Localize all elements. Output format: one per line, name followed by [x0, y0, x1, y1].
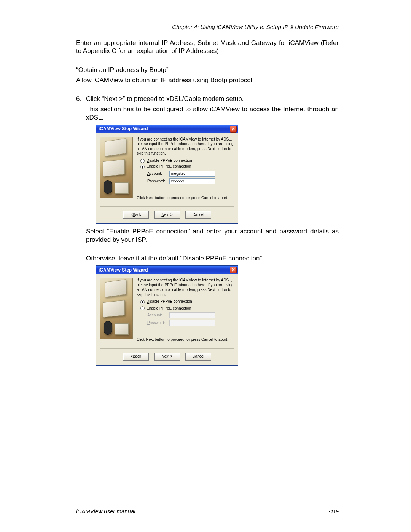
- paragraph-xdsl: This section has to be configured to all…: [86, 105, 339, 121]
- account-row: Account: megatec: [147, 171, 234, 177]
- dialog-title: iCAMView Step Wizard: [99, 126, 148, 132]
- next-button[interactable]: Next >: [154, 353, 180, 361]
- back-button[interactable]: < Back: [123, 211, 149, 219]
- dialog-proceed-text: Click Next button to proceed, or press C…: [137, 337, 234, 342]
- dialog-instruction: If you are connecting the iCAMView to In…: [137, 278, 234, 297]
- radio-enable-pppoe[interactable]: Enable PPPoE connection: [140, 164, 234, 169]
- body-content: Enter an appropriate internal IP Address…: [76, 39, 339, 369]
- password-row: Password:: [147, 320, 234, 326]
- header-divider: [76, 32, 339, 32]
- radio-icon: [140, 306, 145, 310]
- footer-divider: [76, 506, 339, 506]
- dialog-title: iCAMView Step Wizard: [99, 267, 148, 273]
- list-number: 6.: [76, 95, 86, 369]
- close-icon[interactable]: ✕: [230, 267, 237, 273]
- account-input[interactable]: megatec: [169, 171, 215, 177]
- document-page: Chapter 4: Using iCAMView Utility to Set…: [0, 0, 411, 532]
- paragraph-disable-desc: Otherwise, leave it at the default “Disa…: [86, 254, 339, 262]
- back-button[interactable]: < Back: [123, 353, 149, 361]
- dialog-illustration: [100, 137, 133, 198]
- dialog-titlebar[interactable]: iCAMView Step Wizard ✕: [96, 125, 238, 133]
- password-row: Password: xxxxxxx: [147, 178, 234, 184]
- paragraph-enable-desc: Select “Enable PPPoE connection” and ent…: [86, 227, 339, 244]
- radio-disable-pppoe[interactable]: Disable PPPoE connection: [140, 158, 234, 163]
- radio-icon: [140, 159, 145, 163]
- cancel-button[interactable]: Cancel: [185, 353, 211, 361]
- wizard-dialog-enable: iCAMView Step Wizard ✕ If you are connec…: [96, 125, 238, 224]
- next-button[interactable]: Next >: [154, 211, 180, 219]
- account-input: [169, 312, 215, 318]
- wizard-dialog-disable: iCAMView Step Wizard ✕ If you are connec…: [96, 265, 238, 366]
- dialog-illustration: [100, 278, 133, 339]
- password-input[interactable]: xxxxxxx: [169, 178, 215, 184]
- list-item-6: 6. Click “Next >” to proceed to xDSL/Cab…: [76, 95, 339, 369]
- paragraph-click-next: Click “Next >” to proceed to xDSL/Cable …: [86, 95, 339, 103]
- dialog-proceed-text: Click Next button to proceed, or press C…: [137, 196, 234, 201]
- cancel-button[interactable]: Cancel: [185, 211, 211, 219]
- page-footer: iCAMView user manual -10-: [76, 503, 339, 514]
- footer-left: iCAMView user manual: [76, 508, 135, 514]
- paragraph-ip: Enter an appropriate internal IP Address…: [76, 39, 339, 55]
- account-row: Account:: [147, 312, 234, 318]
- dialog-titlebar[interactable]: iCAMView Step Wizard ✕: [96, 266, 238, 274]
- radio-icon: [140, 165, 145, 169]
- radio-disable-pppoe[interactable]: Disable PPPoE connection: [140, 299, 234, 305]
- radio-icon: [140, 300, 145, 304]
- footer-right: -10-: [328, 508, 339, 514]
- page-header: Chapter 4: Using iCAMView Utility to Set…: [76, 24, 339, 30]
- radio-enable-pppoe[interactable]: Enable PPPoE connection: [140, 306, 234, 311]
- password-input: [169, 320, 215, 326]
- close-icon[interactable]: ✕: [230, 126, 237, 133]
- paragraph-bootp-title: “Obtain an IP address by Bootp”: [76, 66, 339, 74]
- dialog-instruction: If you are connecting the iCAMView to In…: [137, 137, 234, 156]
- paragraph-bootp-desc: Allow iCAMView to obtain an IP address u…: [76, 76, 339, 84]
